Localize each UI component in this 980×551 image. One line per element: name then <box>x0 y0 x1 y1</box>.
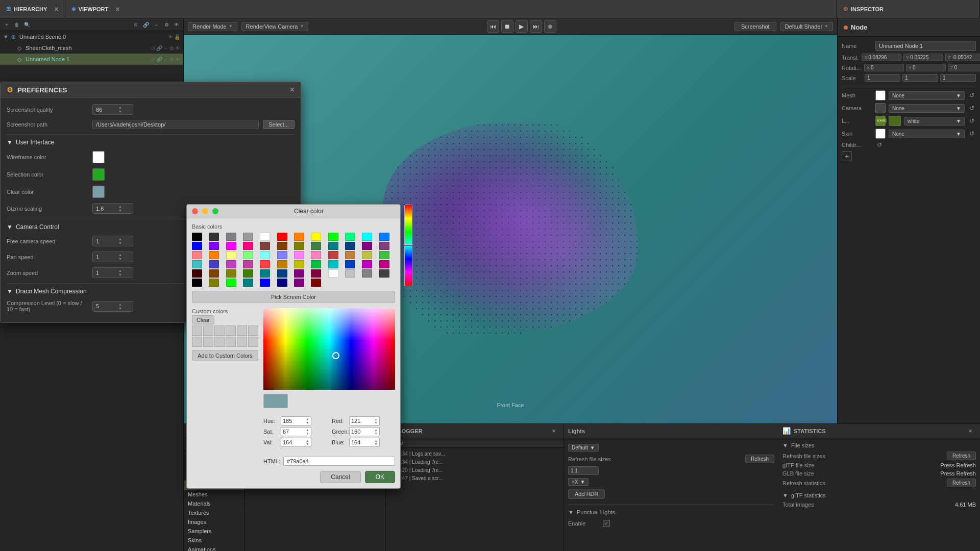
basic-color-28[interactable] <box>260 251 270 259</box>
basic-color-45[interactable] <box>345 260 355 268</box>
hue-up[interactable]: ▲ <box>306 417 309 421</box>
basic-color-4[interactable] <box>260 233 270 241</box>
sat-value[interactable] <box>283 429 306 435</box>
file-sizes-title[interactable]: ▼ File sizes <box>782 442 976 448</box>
basic-color-44[interactable] <box>328 260 338 268</box>
user-interface-title[interactable]: ▼ User Interface <box>7 139 295 146</box>
hue-input[interactable]: ▲ ▼ <box>281 416 311 425</box>
basic-color-1[interactable] <box>209 233 219 241</box>
blue-value[interactable] <box>351 439 374 445</box>
compression-input[interactable]: ▲ ▼ <box>92 301 133 312</box>
hierarchy-close-btn[interactable]: × <box>54 5 58 13</box>
free-up[interactable]: ▲ <box>118 237 122 241</box>
red-input[interactable]: ▲ ▼ <box>349 416 380 425</box>
basic-color-27[interactable] <box>243 251 253 259</box>
sidebar-samplers[interactable]: Samplers <box>184 527 244 536</box>
quality-spin[interactable]: ▲ ▼ <box>118 106 122 113</box>
viewport-tab[interactable]: ◈ VIEWPORT × <box>65 0 837 18</box>
gizmo-up[interactable]: ▲ <box>118 205 122 208</box>
basic-color-42[interactable] <box>294 260 304 268</box>
green-input[interactable]: ▲ ▼ <box>349 427 380 436</box>
html-input[interactable] <box>283 457 395 466</box>
basic-color-22[interactable] <box>362 242 372 250</box>
pick-screen-btn[interactable]: Pick Screen Color <box>192 291 395 303</box>
basic-color-50[interactable] <box>226 269 236 278</box>
hue-slider[interactable] <box>404 205 412 286</box>
basic-color-13[interactable] <box>209 242 219 250</box>
basic-color-24[interactable] <box>192 251 202 259</box>
basic-color-3[interactable] <box>243 233 253 241</box>
basic-color-51[interactable] <box>243 269 253 278</box>
basic-color-5[interactable] <box>277 233 287 241</box>
action-link2[interactable]: 🔗 <box>156 57 162 62</box>
action-lock[interactable]: 🔒 <box>174 34 180 40</box>
basic-color-46[interactable] <box>362 260 372 268</box>
zoom-up[interactable]: ▲ <box>118 269 122 272</box>
free-camera-spin[interactable]: ▲ ▼ <box>118 237 122 245</box>
pan-spin[interactable]: ▲ ▼ <box>118 253 122 261</box>
rot-y-value[interactable] <box>913 65 943 70</box>
hue-value[interactable] <box>283 418 306 424</box>
quality-up[interactable]: ▲ <box>118 106 122 109</box>
basic-color-53[interactable] <box>277 269 287 278</box>
zoom-value[interactable] <box>96 270 116 276</box>
basic-color-26[interactable] <box>226 251 236 259</box>
cancel-btn[interactable]: Cancel <box>320 471 360 483</box>
skip-forward-btn[interactable]: ⏭ <box>530 20 542 33</box>
custom-cell-2[interactable] <box>203 325 213 336</box>
basic-color-15[interactable] <box>243 242 253 250</box>
basic-color-47[interactable] <box>379 260 389 268</box>
viewport-close-btn[interactable]: × <box>115 5 119 13</box>
transl-x-value[interactable]: 0.08296 <box>868 55 899 60</box>
basic-color-8[interactable] <box>328 233 338 241</box>
basic-color-31[interactable] <box>311 251 321 259</box>
compression-up[interactable]: ▲ <box>118 303 122 306</box>
basic-color-60[interactable] <box>192 279 202 287</box>
camera-dropdown[interactable]: RenderView Camera ▼ <box>241 22 309 31</box>
basic-color-38[interactable] <box>226 260 236 268</box>
basic-color-6[interactable] <box>294 233 304 241</box>
gizmo-input[interactable]: ▲ ▼ <box>92 203 133 214</box>
search-icon[interactable]: 🔍 <box>22 20 32 29</box>
free-camera-input[interactable]: ▲ ▼ <box>92 236 133 246</box>
scale-y-value[interactable] <box>905 75 936 81</box>
basic-color-14[interactable] <box>226 242 236 250</box>
camera-reset-btn[interactable]: ↺ <box>968 105 976 112</box>
clear-color-swatch[interactable] <box>92 186 105 198</box>
basic-color-64[interactable] <box>260 279 270 287</box>
action-link[interactable]: 🔗 <box>156 45 162 51</box>
settings-icon[interactable]: ⚙ <box>162 20 171 29</box>
add-custom-btn[interactable]: Add to Custom Colors <box>192 350 258 361</box>
blue-up[interactable]: ▲ <box>374 439 378 442</box>
basic-color-40[interactable] <box>260 260 270 268</box>
sat-spin[interactable]: ▲ ▼ <box>306 428 309 435</box>
rot-y-input[interactable]: Y <box>906 64 946 71</box>
scale-value[interactable] <box>569 467 598 474</box>
custom-cell-6[interactable] <box>248 325 258 336</box>
sidebar-images[interactable]: Images <box>184 517 244 527</box>
cpd-minimize-dot[interactable] <box>202 208 208 214</box>
eye-icon[interactable]: 👁 <box>172 20 181 29</box>
color-gradient[interactable] <box>263 308 395 390</box>
cpd-clear-btn[interactable]: Clear <box>192 315 214 324</box>
basic-color-12[interactable] <box>192 242 202 250</box>
custom-cell-1[interactable] <box>192 325 202 336</box>
scale-z-value[interactable] <box>943 75 973 81</box>
sat-up[interactable]: ▲ <box>306 428 309 432</box>
basic-color-0[interactable] <box>192 233 202 241</box>
custom-cell-11[interactable] <box>237 337 247 347</box>
action-settings[interactable]: ⚙ <box>169 45 174 51</box>
custom-cell-9[interactable] <box>214 337 225 347</box>
rot-z-input[interactable]: Z <box>948 64 980 71</box>
light-swatch[interactable]: KHR <box>875 116 886 126</box>
light-color-swatch[interactable] <box>889 116 901 126</box>
transl-z-value[interactable]: -0.05042 <box>952 55 980 60</box>
light-reset-btn[interactable]: ↺ <box>968 117 976 124</box>
gltf-stats-title[interactable]: ▼ gITF statistics <box>782 492 976 498</box>
green-spin[interactable]: ▲ ▼ <box>374 428 378 435</box>
pan-up[interactable]: ▲ <box>118 253 122 257</box>
basic-color-43[interactable] <box>311 260 321 268</box>
action-eye-mesh[interactable]: 👁 <box>175 45 180 51</box>
zoom-down[interactable]: ▼ <box>118 273 122 277</box>
val-down[interactable]: ▼ <box>306 442 309 446</box>
